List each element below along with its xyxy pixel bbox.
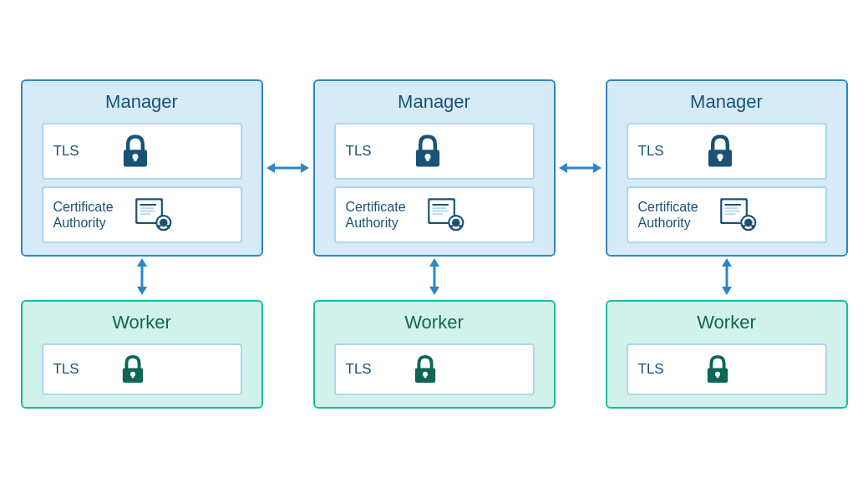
svg-rect-7 xyxy=(140,211,155,212)
worker-3-tls-box: TLS xyxy=(627,343,827,395)
svg-rect-41 xyxy=(724,211,739,212)
svg-rect-2 xyxy=(134,157,137,161)
manager-box-1: Manager TLS CertificateAuthority xyxy=(21,79,263,257)
svg-rect-42 xyxy=(724,213,735,215)
worker-2-title: Worker xyxy=(404,312,464,333)
svg-rect-24 xyxy=(432,211,447,212)
cert-icon-manager-3 xyxy=(718,196,759,233)
manager-3-title: Manager xyxy=(690,91,763,113)
v-arrow-cell-1 xyxy=(21,257,263,300)
h-arrow-2-3 xyxy=(556,155,606,180)
manager-2-ca-label: CertificateAuthority xyxy=(346,199,413,231)
worker-1-title: Worker xyxy=(112,312,171,333)
worker-box-2: Worker TLS xyxy=(313,300,556,409)
manager-box-2: Manager TLS CertificateAuthority xyxy=(313,79,556,257)
lock-icon-manager-3 xyxy=(702,133,739,170)
worker-2-tls-label: TLS xyxy=(346,361,396,378)
h-arrow-1-2 xyxy=(263,155,313,180)
worker-box-1: Worker TLS xyxy=(21,300,263,409)
v-arrow-1 xyxy=(129,257,155,300)
svg-marker-16 xyxy=(301,163,309,173)
svg-rect-6 xyxy=(140,207,154,209)
svg-marker-15 xyxy=(266,163,275,173)
svg-rect-59 xyxy=(131,374,134,379)
diagram: Manager TLS CertificateAuthority xyxy=(17,79,852,409)
svg-rect-23 xyxy=(432,207,446,209)
svg-rect-36 xyxy=(718,157,722,161)
manager-1-ca-label: CertificateAuthority xyxy=(53,199,120,231)
worker-3-tls-label: TLS xyxy=(638,361,688,378)
worker-box-3: Worker TLS xyxy=(606,300,848,409)
svg-rect-40 xyxy=(724,207,739,209)
v-arrow-cell-2 xyxy=(313,257,556,300)
lock-icon-worker-1 xyxy=(117,353,149,385)
manager-1-ca-box: CertificateAuthority xyxy=(42,186,242,243)
svg-rect-62 xyxy=(424,374,426,379)
svg-marker-32 xyxy=(559,163,567,173)
worker-1-tls-box: TLS xyxy=(42,343,242,395)
svg-marker-53 xyxy=(429,287,439,295)
manager-1-tls-box: TLS xyxy=(42,123,242,180)
manager-1-tls-label: TLS xyxy=(53,143,104,160)
svg-marker-50 xyxy=(137,287,147,295)
worker-1-tls-label: TLS xyxy=(53,361,104,378)
lock-icon-manager-1 xyxy=(117,133,154,170)
manager-3-ca-box: CertificateAuthority xyxy=(627,186,827,243)
svg-rect-65 xyxy=(716,374,718,379)
v-arrow-3 xyxy=(714,257,739,300)
vertical-arrows-row xyxy=(17,257,852,300)
svg-rect-25 xyxy=(432,213,443,215)
svg-rect-22 xyxy=(432,204,449,206)
cert-icon-manager-1 xyxy=(134,196,174,233)
bidirectional-arrow-1 xyxy=(265,155,311,180)
v-arrow-2 xyxy=(422,257,447,300)
manager-box-3: Manager TLS CertificateAuthority xyxy=(606,79,848,257)
svg-rect-8 xyxy=(140,213,150,215)
svg-marker-49 xyxy=(137,258,147,267)
lock-icon-worker-3 xyxy=(702,353,733,385)
manager-3-tls-label: TLS xyxy=(638,143,688,160)
svg-marker-52 xyxy=(429,258,439,267)
manager-3-ca-label: CertificateAuthority xyxy=(638,199,705,231)
manager-2-title: Manager xyxy=(398,91,470,113)
svg-rect-39 xyxy=(724,204,741,206)
lock-icon-manager-2 xyxy=(409,133,446,170)
manager-2-tls-label: TLS xyxy=(346,143,396,160)
lock-icon-worker-2 xyxy=(409,353,441,385)
worker-row: Worker TLS Worker TLS xyxy=(17,300,852,409)
bidirectional-arrow-2 xyxy=(557,155,603,180)
manager-2-ca-box: CertificateAuthority xyxy=(334,186,535,243)
manager-1-title: Manager xyxy=(105,91,178,113)
cert-icon-manager-2 xyxy=(426,196,466,233)
manager-row: Manager TLS CertificateAuthority xyxy=(17,79,852,257)
svg-rect-19 xyxy=(426,157,429,161)
worker-2-tls-box: TLS xyxy=(334,343,535,395)
svg-rect-5 xyxy=(140,204,156,206)
svg-marker-55 xyxy=(722,258,732,267)
manager-2-tls-box: TLS xyxy=(334,123,535,180)
worker-3-title: Worker xyxy=(697,312,756,333)
manager-3-tls-box: TLS xyxy=(627,123,827,180)
svg-marker-33 xyxy=(593,163,602,173)
svg-marker-56 xyxy=(722,287,732,295)
v-arrow-cell-3 xyxy=(606,257,848,300)
